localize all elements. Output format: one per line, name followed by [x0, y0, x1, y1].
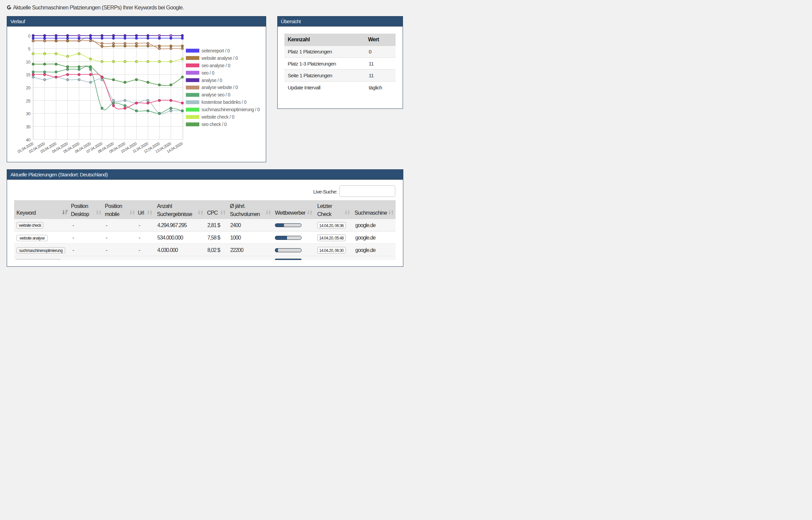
svg-text:0: 0 — [28, 33, 30, 38]
svg-text:35: 35 — [26, 124, 31, 129]
svg-text:analyse website / 0: analyse website / 0 — [202, 85, 238, 90]
svg-text:seitenreport / 0: seitenreport / 0 — [202, 48, 230, 53]
svg-text:seo analyse / 0: seo analyse / 0 — [202, 63, 231, 68]
svg-text:suchmaschinenoptimierung / 0: suchmaschinenoptimierung / 0 — [202, 107, 260, 112]
svg-text:website check / 0: website check / 0 — [201, 114, 235, 120]
svg-text:30: 30 — [26, 111, 31, 116]
svg-text:seo / 0: seo / 0 — [202, 71, 215, 76]
svg-text:25: 25 — [26, 98, 31, 103]
svg-text:40: 40 — [26, 137, 31, 142]
svg-text:kostenlose backlinks / 0: kostenlose backlinks / 0 — [202, 100, 247, 105]
svg-text:10: 10 — [26, 59, 31, 64]
svg-text:analyse seo / 0: analyse seo / 0 — [202, 93, 231, 98]
svg-text:5: 5 — [28, 46, 30, 51]
svg-text:15: 15 — [26, 72, 31, 77]
svg-text:analyse / 0: analyse / 0 — [202, 78, 223, 83]
svg-text:seo check / 0: seo check / 0 — [202, 122, 227, 127]
svg-text:website analyse / 0: website analyse / 0 — [201, 56, 238, 61]
svg-text:20: 20 — [26, 85, 31, 90]
